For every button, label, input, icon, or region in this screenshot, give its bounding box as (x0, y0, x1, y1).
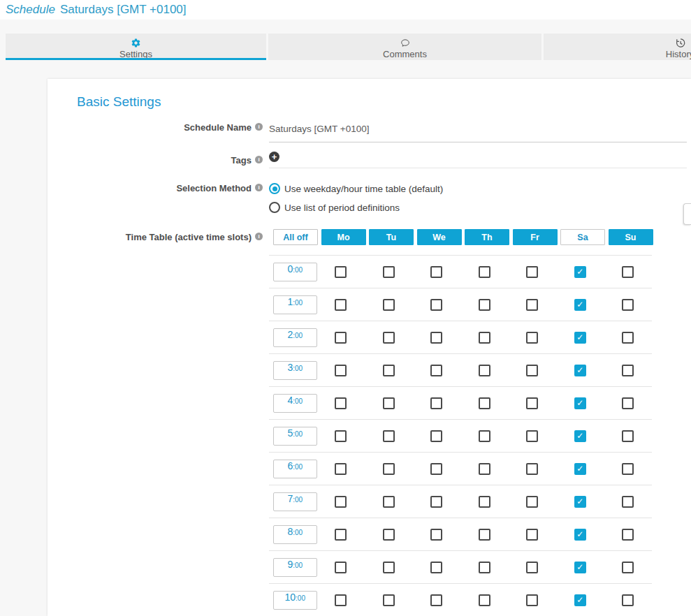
radio-period-definitions[interactable] (269, 202, 280, 213)
slot-checkbox-sa-10:00[interactable]: ✓ (574, 594, 586, 606)
slot-checkbox-sa-9:00[interactable]: ✓ (574, 562, 586, 573)
hour-toggle-9:00[interactable]: 9:00 (273, 558, 317, 577)
slot-checkbox-su-2:00[interactable] (622, 332, 634, 344)
info-icon[interactable]: i (255, 123, 263, 131)
slot-checkbox-su-4:00[interactable] (622, 397, 634, 409)
info-icon[interactable]: i (255, 233, 263, 240)
day-toggle-th[interactable]: Th (465, 229, 509, 245)
slot-checkbox-sa-7:00[interactable]: ✓ (574, 496, 586, 508)
slot-checkbox-th-10:00[interactable] (479, 594, 490, 606)
slot-checkbox-fr-4:00[interactable] (526, 397, 538, 409)
slot-checkbox-su-0:00[interactable] (622, 266, 634, 278)
slot-checkbox-th-0:00[interactable] (479, 266, 490, 278)
tab-settings[interactable]: Settings (6, 34, 266, 60)
slot-checkbox-tu-7:00[interactable] (383, 496, 395, 508)
slot-checkbox-we-7:00[interactable] (430, 496, 442, 508)
slot-checkbox-mo-2:00[interactable] (335, 332, 347, 344)
all-off-button[interactable]: All off (273, 229, 318, 245)
slot-checkbox-mo-5:00[interactable] (335, 430, 347, 442)
slot-checkbox-tu-0:00[interactable] (383, 266, 395, 278)
slot-checkbox-sa-3:00[interactable]: ✓ (574, 365, 586, 376)
slot-checkbox-tu-8:00[interactable] (383, 529, 395, 541)
slot-checkbox-tu-3:00[interactable] (383, 365, 395, 376)
slot-checkbox-tu-6:00[interactable] (383, 463, 395, 475)
slot-checkbox-sa-1:00[interactable]: ✓ (574, 299, 586, 311)
slot-checkbox-fr-8:00[interactable] (526, 529, 538, 541)
add-tag-button[interactable]: + (269, 152, 279, 162)
slot-checkbox-th-3:00[interactable] (479, 365, 490, 376)
hour-toggle-0:00[interactable]: 0:00 (273, 263, 317, 281)
slot-checkbox-th-6:00[interactable] (479, 463, 490, 475)
slot-checkbox-mo-7:00[interactable] (335, 496, 347, 508)
schedule-name-input[interactable] (269, 124, 687, 142)
slot-checkbox-we-3:00[interactable] (430, 365, 442, 376)
slot-checkbox-th-8:00[interactable] (479, 529, 490, 541)
slot-checkbox-mo-10:00[interactable] (335, 594, 347, 606)
slot-checkbox-fr-9:00[interactable] (526, 562, 538, 573)
hour-toggle-1:00[interactable]: 1:00 (273, 295, 317, 314)
slot-checkbox-fr-0:00[interactable] (526, 266, 538, 278)
slot-checkbox-tu-5:00[interactable] (383, 430, 395, 442)
hour-toggle-4:00[interactable]: 4:00 (273, 394, 317, 413)
day-toggle-tu[interactable]: Tu (369, 229, 414, 245)
slot-checkbox-su-10:00[interactable] (622, 594, 634, 606)
slot-checkbox-mo-8:00[interactable] (335, 529, 347, 541)
day-toggle-su[interactable]: Su (609, 229, 653, 245)
slot-checkbox-fr-2:00[interactable] (526, 332, 538, 344)
info-icon[interactable]: i (255, 156, 263, 163)
slot-checkbox-mo-9:00[interactable] (335, 562, 347, 573)
slot-checkbox-sa-6:00[interactable]: ✓ (574, 463, 586, 475)
hour-toggle-7:00[interactable]: 7:00 (273, 492, 317, 511)
slot-checkbox-sa-4:00[interactable]: ✓ (574, 397, 586, 409)
slot-checkbox-we-1:00[interactable] (430, 299, 442, 311)
slot-checkbox-we-2:00[interactable] (430, 332, 442, 344)
flyout-handle[interactable] (683, 203, 691, 225)
hour-toggle-10:00[interactable]: 10:00 (273, 591, 317, 610)
slot-checkbox-th-4:00[interactable] (479, 397, 490, 409)
slot-checkbox-su-7:00[interactable] (622, 496, 634, 508)
slot-checkbox-fr-10:00[interactable] (526, 594, 538, 606)
slot-checkbox-we-10:00[interactable] (430, 594, 442, 606)
slot-checkbox-mo-1:00[interactable] (335, 299, 347, 311)
slot-checkbox-mo-4:00[interactable] (335, 397, 347, 409)
day-toggle-we[interactable]: We (417, 229, 462, 245)
info-icon[interactable]: i (255, 184, 263, 191)
slot-checkbox-we-6:00[interactable] (430, 463, 442, 475)
day-toggle-sa[interactable]: Sa (560, 229, 605, 245)
slot-checkbox-sa-2:00[interactable]: ✓ (574, 332, 586, 344)
slot-checkbox-we-4:00[interactable] (430, 397, 442, 409)
slot-checkbox-fr-6:00[interactable] (526, 463, 538, 475)
slot-checkbox-we-8:00[interactable] (430, 529, 442, 541)
slot-checkbox-th-5:00[interactable] (479, 430, 490, 442)
slot-checkbox-su-8:00[interactable] (622, 529, 634, 541)
slot-checkbox-we-0:00[interactable] (430, 266, 442, 278)
slot-checkbox-mo-0:00[interactable] (335, 266, 347, 278)
slot-checkbox-th-2:00[interactable] (479, 332, 490, 344)
day-toggle-fr[interactable]: Fr (513, 229, 558, 245)
slot-checkbox-tu-9:00[interactable] (383, 562, 395, 573)
slot-checkbox-fr-5:00[interactable] (526, 430, 538, 442)
hour-toggle-8:00[interactable]: 8:00 (273, 525, 317, 544)
slot-checkbox-mo-3:00[interactable] (335, 365, 347, 376)
slot-checkbox-su-9:00[interactable] (622, 562, 634, 573)
slot-checkbox-tu-2:00[interactable] (383, 332, 395, 344)
slot-checkbox-fr-1:00[interactable] (526, 299, 538, 311)
slot-checkbox-we-5:00[interactable] (430, 430, 442, 442)
slot-checkbox-fr-3:00[interactable] (526, 365, 538, 376)
slot-checkbox-su-5:00[interactable] (622, 430, 634, 442)
slot-checkbox-th-7:00[interactable] (479, 496, 490, 508)
slot-checkbox-sa-0:00[interactable]: ✓ (574, 266, 586, 278)
tab-comments[interactable]: Comments (268, 34, 541, 60)
slot-checkbox-sa-5:00[interactable]: ✓ (574, 430, 586, 442)
slot-checkbox-sa-8:00[interactable]: ✓ (574, 529, 586, 541)
slot-checkbox-th-9:00[interactable] (479, 562, 490, 573)
slot-checkbox-su-6:00[interactable] (622, 463, 634, 475)
slot-checkbox-fr-7:00[interactable] (526, 496, 538, 508)
slot-checkbox-mo-6:00[interactable] (335, 463, 347, 475)
day-toggle-mo[interactable]: Mo (321, 229, 366, 245)
slot-checkbox-tu-4:00[interactable] (383, 397, 395, 409)
hour-toggle-6:00[interactable]: 6:00 (273, 460, 317, 478)
radio-weekday-timetable[interactable] (269, 183, 280, 194)
slot-checkbox-we-9:00[interactable] (430, 562, 442, 573)
hour-toggle-3:00[interactable]: 3:00 (273, 361, 317, 380)
